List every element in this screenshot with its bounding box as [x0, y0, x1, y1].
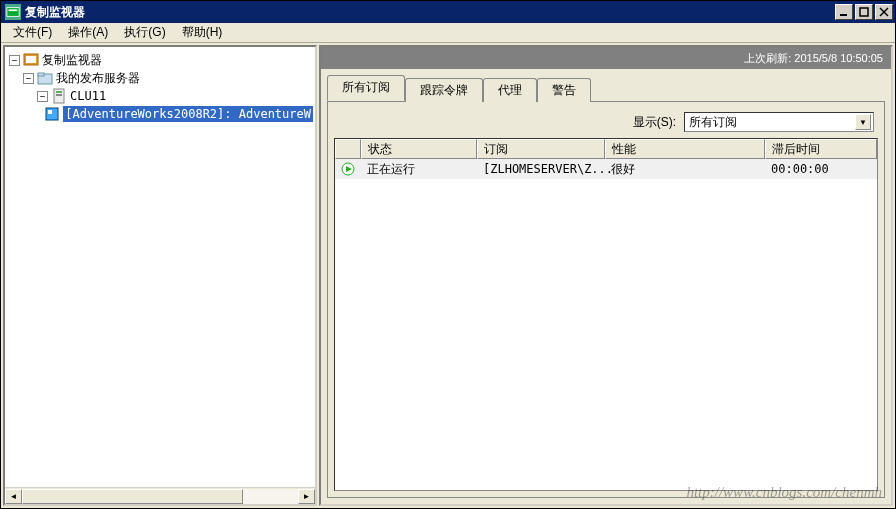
menu-execute[interactable]: 执行(G) — [116, 22, 173, 43]
tree-publishers[interactable]: − 我的发布服务器 — [7, 69, 313, 87]
monitor-icon — [23, 52, 39, 68]
detail-pane: 上次刷新: 2015/5/8 10:50:05 所有订阅 跟踪令牌 代理 警告 … — [319, 45, 893, 506]
svg-rect-7 — [26, 56, 36, 63]
server-icon — [51, 88, 67, 104]
tree-toggle[interactable]: − — [9, 55, 20, 66]
svg-rect-12 — [56, 94, 62, 96]
tree-pane: − 复制监视器 − 我的发布服务器 − CLU11 — [3, 45, 317, 506]
svg-rect-3 — [860, 8, 868, 16]
tab-all-subscriptions[interactable]: 所有订阅 — [327, 75, 405, 101]
menu-file[interactable]: 文件(F) — [5, 22, 60, 43]
svg-rect-0 — [7, 8, 19, 17]
filter-selected: 所有订阅 — [689, 114, 855, 131]
last-refresh-label: 上次刷新: — [744, 51, 791, 66]
svg-rect-9 — [38, 73, 44, 76]
running-icon — [341, 161, 355, 177]
filter-combo[interactable]: 所有订阅 ▼ — [684, 112, 874, 132]
grid-header-performance[interactable]: 性能 — [605, 139, 765, 159]
grid-header-icon[interactable] — [335, 139, 361, 159]
menu-bar: 文件(F) 操作(A) 执行(G) 帮助(H) — [1, 23, 895, 43]
scroll-thumb[interactable] — [22, 489, 243, 504]
subscriptions-grid: 状态 订阅 性能 滞后时间 正在运行 [ZLHOMESERVER\Z... 很好… — [334, 138, 878, 491]
tree-toggle[interactable]: − — [37, 91, 48, 102]
header-strip: 上次刷新: 2015/5/8 10:50:05 — [321, 47, 891, 69]
tree-toggle[interactable]: − — [23, 73, 34, 84]
minimize-button[interactable] — [835, 4, 853, 20]
grid-header-subscription[interactable]: 订阅 — [477, 139, 605, 159]
tree-root[interactable]: − 复制监视器 — [7, 51, 313, 69]
folder-icon — [37, 70, 53, 86]
publication-icon — [44, 106, 60, 122]
tree-publication[interactable]: [AdventureWorks2008R2]: AdventureW — [7, 105, 313, 123]
table-row[interactable]: 正在运行 [ZLHOMESERVER\Z... 很好 00:00:00 — [335, 159, 877, 179]
svg-rect-1 — [9, 9, 18, 11]
grid-header-status[interactable]: 状态 — [361, 139, 477, 159]
app-icon — [5, 4, 21, 20]
tree-server[interactable]: − CLU11 — [7, 87, 313, 105]
tab-strip: 所有订阅 跟踪令牌 代理 警告 — [321, 69, 891, 101]
cell-performance: 很好 — [605, 159, 765, 179]
scroll-left-button[interactable]: ◄ — [5, 489, 22, 504]
cell-latency: 00:00:00 — [765, 159, 877, 179]
cell-status: 正在运行 — [361, 159, 477, 179]
window-title: 复制监视器 — [25, 4, 835, 21]
close-button[interactable] — [875, 4, 893, 20]
scroll-right-button[interactable]: ► — [298, 489, 315, 504]
tab-agents[interactable]: 代理 — [483, 78, 537, 102]
last-refresh-value: 2015/5/8 10:50:05 — [794, 52, 883, 64]
tab-warnings[interactable]: 警告 — [537, 78, 591, 102]
horizontal-scrollbar[interactable]: ◄ ► — [5, 487, 315, 504]
maximize-button[interactable] — [855, 4, 873, 20]
grid-header-latency[interactable]: 滞后时间 — [765, 139, 877, 159]
menu-action[interactable]: 操作(A) — [60, 22, 116, 43]
svg-rect-11 — [56, 91, 62, 93]
dropdown-icon[interactable]: ▼ — [855, 114, 871, 130]
cell-subscription: [ZLHOMESERVER\Z... — [477, 159, 605, 179]
svg-rect-14 — [48, 110, 52, 114]
filter-label: 显示(S): — [633, 114, 676, 131]
tab-tracer-tokens[interactable]: 跟踪令牌 — [405, 78, 483, 102]
menu-help[interactable]: 帮助(H) — [174, 22, 231, 43]
